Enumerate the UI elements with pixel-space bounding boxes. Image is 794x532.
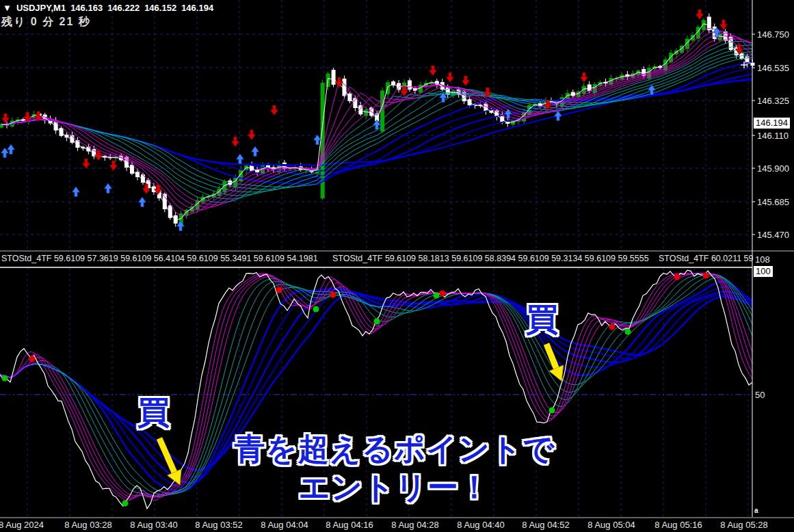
buy-arrow-icon	[313, 135, 321, 145]
price-label-146.535: 146.535	[757, 63, 789, 73]
indicator-label-segment-3: STOStd_4TF 60.0211 59	[659, 254, 754, 263]
stoch-red-dot	[29, 356, 36, 362]
time-label: 8 Aug 03:52	[195, 520, 242, 530]
price-label-146.750: 146.750	[757, 29, 789, 40]
time-label: 8 Aug 04:28	[391, 520, 438, 530]
stoch-red-dot	[609, 324, 616, 330]
buy-arrow-icon	[554, 111, 561, 121]
current-price-box: 146.194	[754, 118, 790, 129]
sell-arrow-icon	[270, 105, 278, 116]
candle-countdown-timer: 残り 0 分 21 秒	[1, 15, 91, 29]
candle-body	[587, 85, 591, 90]
sell-arrow-icon	[719, 20, 727, 30]
candle-body	[332, 70, 335, 85]
buy-arrow-icon	[251, 146, 259, 157]
candle-body	[468, 100, 471, 105]
price-label-146.110: 146.110	[757, 131, 789, 141]
quote-open: 146.163	[70, 3, 103, 13]
price-label-145.470: 145.470	[757, 230, 789, 240]
sell-arrow-icon	[109, 161, 117, 171]
stoch-green-dot	[122, 501, 129, 507]
time-label: 8 Aug 04:52	[522, 520, 569, 530]
stoch-red-dot	[276, 287, 282, 293]
stoch-green-dot	[549, 408, 555, 414]
sell-arrow-icon	[248, 130, 255, 140]
indicator-level-50-label: 50	[755, 390, 765, 400]
stoch-red-dot	[440, 291, 446, 297]
sell-arrow-icon	[335, 77, 343, 88]
symbol-label: USDJPY,M1	[16, 3, 66, 13]
buy-annotation-1: 買	[137, 396, 170, 428]
time-label: 8 Aug 03:28	[64, 520, 111, 530]
sell-arrow-icon	[446, 72, 453, 83]
indicator-level-100-box: 100	[754, 266, 773, 277]
sell-arrow-icon	[462, 76, 469, 86]
sell-arrow-icon	[696, 10, 703, 20]
sell-arrow-icon	[580, 72, 587, 83]
stoch-red-dot	[674, 274, 680, 280]
price-label-146.325: 146.325	[757, 96, 789, 106]
sell-arrow-icon	[231, 137, 239, 147]
time-label: 8 Aug 05:28	[720, 520, 767, 530]
candle-body	[174, 215, 177, 223]
indicator-scale-top-label: 108	[755, 254, 770, 265]
time-label: 8 Aug 2024	[0, 520, 44, 530]
time-label: 8 Aug 05:04	[587, 520, 635, 530]
buy-arrow-icon	[104, 183, 111, 194]
stoch-green-dot	[374, 319, 380, 325]
quote-low: 146.152	[144, 3, 176, 13]
stoch-green-dot	[2, 375, 8, 382]
candle-body	[419, 85, 422, 92]
annotation-arrow-shaft	[546, 344, 556, 368]
stoch-red-dot	[330, 292, 336, 298]
symbol-header: ▼USDJPY,M1146.163146.222146.152146.194	[3, 3, 218, 13]
buy-arrow-icon	[138, 197, 146, 207]
indicator-label-segment-1: STOStd_4TF 59.6109 57.3619 59.6109 56.41…	[1, 254, 318, 263]
candle-body	[343, 79, 346, 95]
stoch-line-magenta	[0, 274, 752, 501]
stoch-green-dot	[313, 306, 319, 312]
entry-annotation-line1: 青を超えるポイントで	[198, 434, 591, 464]
stoch-red-dot	[703, 273, 709, 279]
stoch-green-dot	[434, 293, 440, 299]
buy-arrow-icon	[176, 221, 184, 231]
time-label: 8 Aug 03:40	[130, 520, 177, 530]
quote-high: 146.222	[107, 3, 140, 13]
chart-anchor-icon[interactable]: a	[754, 507, 758, 514]
time-label: 8 Aug 04:16	[326, 520, 373, 530]
dropdown-icon[interactable]: ▼	[3, 3, 12, 13]
mt4-chart-window: ▼USDJPY,M1146.163146.222146.152146.194 残…	[0, 0, 794, 532]
time-label: 8 Aug 04:04	[261, 520, 308, 530]
sell-arrow-icon	[429, 66, 436, 76]
time-label: 8 Aug 05:16	[654, 520, 702, 530]
price-label-145.900: 145.900	[757, 163, 789, 174]
time-label: 8 Aug 04:40	[457, 520, 504, 530]
entry-annotation-line2: エントリー！	[198, 472, 591, 503]
buy-arrow-icon	[236, 154, 243, 164]
buy-arrow-icon	[72, 187, 79, 197]
indicator-label-segment-2: STOStd_4TF 59.6109 58.1813 59.6109 58.83…	[332, 254, 649, 263]
buy-annotation-2: 買	[526, 303, 558, 335]
quote-close: 146.194	[181, 3, 213, 13]
stoch-green-dot	[625, 329, 631, 335]
sell-arrow-icon	[1, 114, 9, 124]
sell-arrow-icon	[82, 159, 90, 169]
price-label-145.685: 145.685	[757, 197, 789, 207]
